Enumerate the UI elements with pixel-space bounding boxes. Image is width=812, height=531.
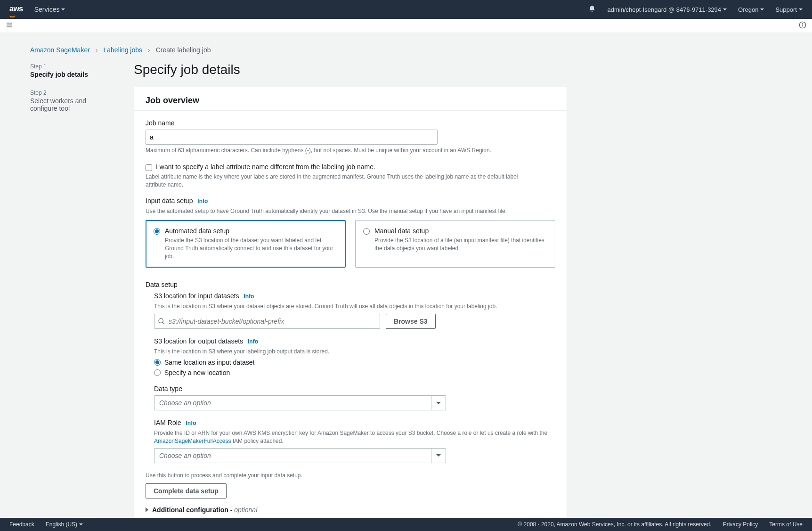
iam-role-field: IAM Role Info Provide the ID or ARN for … bbox=[154, 419, 555, 463]
complete-setup-help: Use this button to process and complete … bbox=[146, 472, 555, 480]
job-name-label: Job name bbox=[146, 119, 555, 127]
data-type-field: Data type Choose an option bbox=[154, 385, 555, 410]
triangle-right-icon bbox=[146, 507, 148, 512]
notifications-icon[interactable] bbox=[588, 5, 596, 14]
tile-title: Automated data setup bbox=[165, 227, 338, 235]
region-menu[interactable]: Oregon bbox=[738, 6, 764, 13]
job-name-field: Job name Maximum of 63 alphanumeric char… bbox=[146, 119, 555, 155]
same-location-label[interactable]: Same location as input dataset bbox=[164, 359, 254, 366]
s3-input-search bbox=[154, 314, 380, 329]
manual-setup-tile[interactable]: Manual data setup Provide the S3 locatio… bbox=[355, 220, 555, 267]
s3-input-path[interactable] bbox=[154, 314, 380, 329]
services-menu[interactable]: Services bbox=[34, 6, 65, 13]
additional-configuration-toggle[interactable]: Additional configuration - optional bbox=[146, 506, 555, 514]
breadcrumb-labeling-jobs[interactable]: Labeling jobs bbox=[104, 46, 143, 54]
new-location-label[interactable]: Specify a new location bbox=[164, 369, 230, 376]
job-overview-panel: Job overview Job name Maximum of 63 alph… bbox=[134, 87, 567, 518]
iam-role-help: Provide the ID or ARN for your own AWS K… bbox=[154, 429, 555, 445]
job-name-help: Maximum of 63 alphanumeric characters. C… bbox=[146, 147, 555, 155]
chevron-right-icon: › bbox=[148, 46, 150, 54]
s3-input-help: This is the location in S3 where your da… bbox=[154, 302, 555, 310]
label-attribute-help: Label attribute name is the key where yo… bbox=[146, 173, 522, 189]
tile-desc: Provide the S3 location of a file (an in… bbox=[374, 237, 547, 253]
caret-down-icon bbox=[61, 8, 65, 10]
wizard-steps: Step 1 Specify job details Step 2 Select… bbox=[30, 59, 115, 123]
select-placeholder: Choose an option bbox=[159, 452, 211, 459]
step-1[interactable]: Step 1 Specify job details bbox=[30, 63, 115, 78]
account-menu[interactable]: admin/chopt-Isengard @ 8476-9711-3294 bbox=[607, 6, 727, 13]
label-attribute-field: I want to specify a label attribute name… bbox=[146, 163, 555, 189]
support-label: Support bbox=[775, 6, 797, 13]
chevron-right-icon: › bbox=[96, 46, 98, 54]
caret-down-icon bbox=[760, 8, 764, 10]
iam-role-label: IAM Role Info bbox=[154, 419, 555, 426]
page-title: Specify job details bbox=[134, 62, 567, 77]
svg-point-6 bbox=[159, 319, 163, 323]
caret-down-icon bbox=[436, 402, 441, 404]
caret-down-icon bbox=[799, 8, 803, 10]
automated-setup-tile[interactable]: Automated data setup Provide the S3 loca… bbox=[146, 220, 346, 267]
s3-output-field: S3 location for output datasets Info Thi… bbox=[154, 337, 555, 376]
search-icon bbox=[158, 318, 165, 325]
input-data-setup-help: Use the automated setup to have Ground T… bbox=[146, 207, 555, 215]
caret-down-icon bbox=[723, 8, 727, 10]
complete-data-setup-button[interactable]: Complete data setup bbox=[146, 483, 227, 498]
s3-output-help: This is the location in S3 where your la… bbox=[154, 348, 555, 356]
services-label: Services bbox=[34, 6, 60, 13]
label-attribute-checkbox-label[interactable]: I want to specify a label attribute name… bbox=[156, 163, 375, 171]
s3-output-label: S3 location for output datasets Info bbox=[154, 337, 555, 345]
step-number: Step 1 bbox=[30, 63, 115, 70]
top-nav: aws⌣ Services admin/chopt-Isengard @ 847… bbox=[0, 0, 812, 19]
breadcrumb-current: Create labeling job bbox=[156, 46, 211, 54]
manual-setup-radio[interactable] bbox=[363, 228, 370, 235]
tile-title: Manual data setup bbox=[374, 227, 547, 235]
input-data-setup-label: Input data setup Info bbox=[146, 197, 555, 204]
info-link[interactable]: Info bbox=[197, 198, 208, 204]
iam-role-select[interactable]: Choose an option bbox=[154, 448, 446, 463]
svg-point-5 bbox=[803, 23, 803, 24]
info-link[interactable]: Info bbox=[244, 293, 254, 300]
new-location-radio[interactable] bbox=[154, 369, 161, 376]
data-type-select[interactable]: Choose an option bbox=[154, 395, 446, 410]
account-label: admin/chopt-Isengard @ 8476-9711-3294 bbox=[607, 6, 721, 13]
select-placeholder: Choose an option bbox=[159, 399, 211, 407]
label-attribute-checkbox[interactable] bbox=[146, 164, 152, 171]
input-data-setup-field: Input data setup Info Use the automated … bbox=[146, 197, 555, 267]
support-menu[interactable]: Support bbox=[775, 6, 803, 13]
browse-s3-button[interactable]: Browse S3 bbox=[386, 314, 436, 329]
breadcrumb: Amazon SageMaker › Labeling jobs › Creat… bbox=[30, 39, 782, 59]
sub-bar bbox=[0, 19, 812, 33]
svg-line-7 bbox=[162, 322, 164, 324]
info-link[interactable]: Info bbox=[186, 420, 196, 426]
hamburger-icon[interactable] bbox=[6, 21, 13, 30]
panel-header: Job overview bbox=[134, 87, 567, 111]
s3-input-label: S3 location for input datasets Info bbox=[154, 292, 555, 300]
info-link[interactable]: Info bbox=[248, 338, 258, 345]
s3-input-field: S3 location for input datasets Info This… bbox=[154, 292, 555, 329]
step-number: Step 2 bbox=[30, 90, 115, 96]
additional-configuration-label: Additional configuration - optional bbox=[152, 506, 257, 514]
iam-policy-link[interactable]: AmazonSageMakerFullAccess bbox=[154, 438, 231, 444]
step-title: Select workers and configure tool bbox=[30, 97, 115, 112]
step-2[interactable]: Step 2 Select workers and configure tool bbox=[30, 90, 115, 112]
breadcrumb-root[interactable]: Amazon SageMaker bbox=[30, 46, 90, 54]
automated-setup-radio[interactable] bbox=[154, 228, 160, 235]
job-name-input[interactable] bbox=[146, 130, 438, 145]
region-label: Oregon bbox=[738, 6, 758, 13]
tile-desc: Provide the S3 location of the dataset y… bbox=[165, 237, 338, 260]
caret-down-icon bbox=[436, 454, 441, 457]
aws-logo[interactable]: aws⌣ bbox=[9, 5, 23, 14]
step-title: Specify job details bbox=[30, 71, 115, 78]
data-type-label: Data type bbox=[154, 385, 555, 392]
data-setup-heading: Data setup bbox=[146, 281, 555, 288]
same-location-radio[interactable] bbox=[154, 359, 161, 366]
info-icon[interactable] bbox=[799, 21, 806, 30]
